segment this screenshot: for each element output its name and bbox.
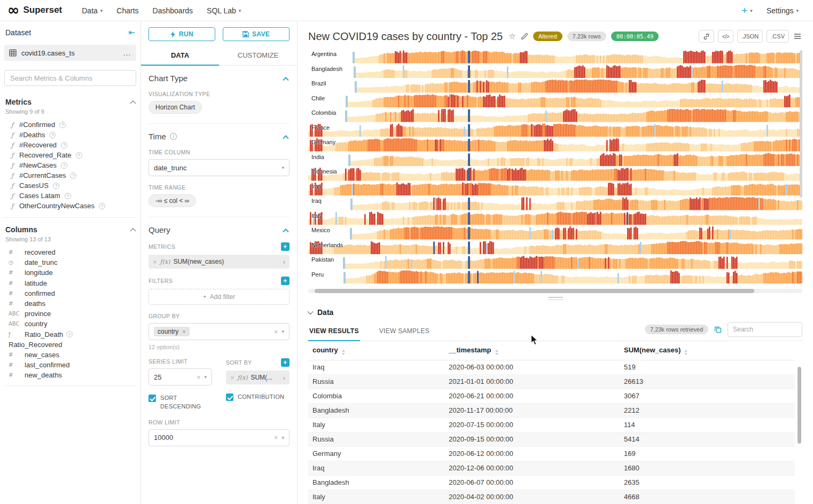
export-json-button[interactable]: .JSON [737, 30, 763, 43]
time-column-select[interactable]: date_trunc ▾ [148, 159, 290, 176]
chevron-up-icon[interactable] [283, 229, 288, 234]
metric-list-item[interactable]: ƒ #Confirmed ? [4, 120, 136, 130]
column-list-item[interactable]: # new_cases [4, 350, 136, 360]
row-limit-select[interactable]: 10000 × ▾ [148, 429, 290, 446]
chart-horizontal-scrollbar-track[interactable] [308, 289, 802, 293]
save-button[interactable]: SAVE [223, 27, 290, 41]
remove-metric-icon[interactable]: × [153, 258, 157, 265]
nav-menu-item[interactable]: Charts [110, 0, 145, 21]
panel-resize-handle[interactable] [298, 293, 813, 304]
column-list-item[interactable]: # latitude [4, 278, 136, 288]
help-icon[interactable]: ? [61, 162, 67, 169]
help-icon[interactable]: ? [61, 142, 67, 148]
group-by-tag[interactable]: country × [154, 327, 190, 336]
chevron-up-icon[interactable] [130, 228, 136, 234]
column-list-item[interactable]: ◷ date_trunc [4, 257, 136, 267]
chart-menu-button[interactable] [793, 32, 802, 41]
add-metric-button[interactable]: + [281, 242, 290, 251]
help-icon[interactable]: ? [76, 152, 82, 159]
chart-title[interactable]: New COVID19 cases by country - Top 25 [308, 30, 503, 43]
tab-view-results[interactable]: VIEW RESULTS [308, 322, 360, 341]
metric-list-item[interactable]: ƒ Recovered_Rate ? [4, 150, 136, 160]
metric-list-item[interactable]: ƒ Cases Latam ? [4, 191, 136, 201]
chevron-up-icon[interactable] [283, 135, 288, 141]
collapse-panel-icon[interactable]: ⇤ [128, 28, 135, 37]
column-list-item[interactable]: # last_confirmed [4, 360, 136, 370]
results-column-header[interactable]: SUM(new_cases) [620, 341, 795, 360]
nav-menu-item[interactable]: Dashboards [146, 0, 200, 21]
tab-customize[interactable]: CUSTOMIZE [219, 46, 297, 65]
column-list-item[interactable]: Ratio_Recovered [4, 340, 136, 350]
table-row[interactable]: Bangladesh 2020-11-17 00:00:00 2212 [308, 403, 795, 418]
help-icon[interactable]: ? [49, 132, 56, 138]
clear-select-icon[interactable]: × [197, 374, 201, 381]
add-filter-button[interactable]: + Add filter [148, 289, 290, 305]
favorite-star-icon[interactable]: ☆ [509, 33, 515, 41]
table-row[interactable]: Iraq 2020-06-03 00:00:00 519 [308, 360, 795, 374]
clear-select-icon[interactable]: × [274, 434, 278, 441]
chevron-down-icon[interactable] [307, 309, 313, 314]
nav-menu-item[interactable]: Data ▾ [75, 0, 110, 21]
sort-icon[interactable] [342, 350, 345, 355]
sort-icon[interactable] [495, 350, 498, 355]
column-list-item[interactable]: ƒ Ratio_Death ? [4, 329, 136, 340]
horizon-chart[interactable]: ArgentinaBangladeshBrazilChileColombiaFr… [308, 50, 802, 286]
edit-title-icon[interactable] [521, 33, 528, 40]
metric-list-item[interactable]: ƒ #Deaths ? [4, 130, 136, 140]
column-list-item[interactable]: # deaths [4, 298, 136, 309]
metric-list-item[interactable]: ƒ OtherCountryNewCases ? [4, 201, 136, 211]
chevron-right-icon[interactable]: › [283, 374, 285, 382]
remove-sort-icon[interactable]: × [230, 374, 234, 381]
table-row[interactable]: Bangladesh 2020-06-07 00:00:00 2635 [308, 475, 795, 490]
table-row[interactable]: Italy 2020-04-02 00:00:00 4668 [308, 490, 795, 504]
chevron-up-icon[interactable] [283, 77, 288, 83]
contribution-checkbox[interactable]: CONTRIBUTION [226, 393, 290, 401]
metric-list-item[interactable]: ƒ CasesUS ? [4, 180, 136, 191]
metric-pill[interactable]: × ƒ(x) SUM(new_cases) › [148, 255, 290, 269]
table-row[interactable]: Germany 2020-06-12 00:00:00 169 [308, 446, 795, 461]
table-row[interactable]: Italy 2020-07-15 00:00:00 114 [308, 418, 795, 432]
sort-icon[interactable] [684, 350, 687, 355]
add-filter-plus-button[interactable]: + [281, 277, 290, 285]
column-list-item[interactable]: # confirmed [4, 288, 136, 298]
remove-tag-icon[interactable]: × [182, 328, 185, 335]
results-column-header[interactable]: __timestamp [444, 341, 620, 360]
table-row[interactable]: Colombia 2020-06-21 00:00:00 3067 [308, 389, 795, 403]
column-list-item[interactable]: # new_deaths [4, 370, 136, 380]
results-column-header[interactable]: country [308, 341, 444, 360]
share-link-button[interactable] [699, 30, 714, 43]
settings-menu[interactable]: Settings ▾ [760, 0, 806, 21]
metric-list-item[interactable]: ƒ #Recovered ? [4, 140, 136, 150]
superset-logo[interactable]: ∞ Superset [7, 4, 62, 17]
column-list-item[interactable]: ABC province [4, 309, 136, 319]
run-button[interactable]: RUN [148, 27, 215, 41]
dataset-selector[interactable]: covid19.cases_ts … [4, 45, 136, 61]
horizon-chart-canvas[interactable] [308, 50, 802, 285]
table-row[interactable]: Russia 2021-01-01 00:00:00 26613 [308, 374, 795, 389]
table-row[interactable]: Iraq 2020-12-06 00:00:00 1680 [308, 461, 795, 475]
embed-code-button[interactable]: </> [718, 30, 733, 43]
time-range-pill[interactable]: -∞ ≤ col < ∞ [148, 194, 196, 207]
help-icon[interactable]: ? [99, 203, 105, 209]
metrics-columns-search-input[interactable] [4, 70, 136, 86]
metric-list-item[interactable]: ƒ #CurrentCases ? [4, 170, 136, 180]
series-limit-select[interactable]: 25 × ▾ [148, 368, 212, 385]
sort-descending-checkbox[interactable]: SORT DESCENDING [148, 394, 212, 411]
help-icon[interactable]: ? [53, 183, 59, 189]
column-list-item[interactable]: ABC country [4, 319, 136, 329]
tab-view-samples[interactable]: VIEW SAMPLES [378, 322, 431, 341]
export-csv-button[interactable]: .CSV [767, 30, 789, 43]
help-icon[interactable]: ? [70, 172, 76, 179]
chart-vertical-scrollbar[interactable] [800, 50, 802, 198]
column-list-item[interactable]: # longitude [4, 267, 136, 278]
column-list-item[interactable]: # recovered [4, 247, 136, 257]
group-by-select[interactable]: country × × ▾ [148, 323, 290, 340]
nav-menu-item[interactable]: SQL Lab ▾ [200, 0, 248, 21]
viz-type-pill[interactable]: Horizon Chart [148, 101, 202, 114]
add-sort-button[interactable]: + [281, 358, 290, 367]
table-row[interactable]: Russia 2020-09-15 00:00:00 5414 [308, 432, 795, 446]
chevron-right-icon[interactable]: › [283, 258, 285, 266]
copy-to-clipboard-button[interactable] [714, 326, 722, 333]
altered-badge[interactable]: Altered [533, 32, 562, 41]
table-vertical-scrollbar[interactable] [798, 367, 801, 444]
